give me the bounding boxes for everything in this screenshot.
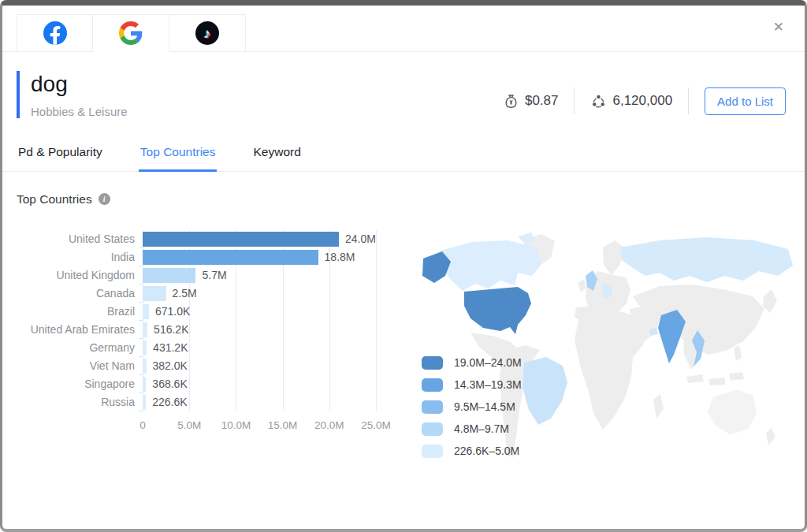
price-metric: $0.87	[503, 93, 559, 110]
x-axis-tick-label: 5.0M	[177, 419, 201, 431]
platform-tabbar: ♪ ✕	[2, 6, 805, 52]
bar-category-label: Brazil	[17, 303, 143, 321]
bar-row: 671.0K	[143, 303, 376, 321]
legend-swatch	[422, 400, 443, 414]
legend-item: 4.8M–9.7M	[422, 422, 522, 436]
bar-category-label: United Arab Emirates	[17, 321, 143, 339]
keyword-detail-modal: ♪ ✕ dog Hobbies & Leisure $0.87	[0, 0, 807, 532]
bar-category-label: Viet Nam	[17, 357, 143, 375]
map-region-japan	[763, 289, 777, 313]
info-icon[interactable]: i	[99, 193, 110, 205]
bar	[143, 395, 146, 410]
audience-value: 6,120,000	[612, 93, 672, 109]
bar	[143, 304, 149, 319]
tab-keyword[interactable]: Keyword	[251, 134, 302, 172]
metric-divider	[574, 87, 575, 114]
facebook-icon	[43, 21, 67, 45]
tab-facebook[interactable]	[17, 14, 93, 52]
legend-item: 19.0M–24.0M	[422, 356, 522, 370]
bar-category-label: India	[17, 248, 143, 266]
map-region-brazil	[523, 357, 567, 425]
map-region-new-zealand	[766, 428, 775, 445]
tab-top-countries[interactable]: Top Countries	[139, 134, 218, 172]
legend-item: 226.6K–5.0M	[422, 445, 522, 458]
bar	[143, 268, 195, 283]
add-to-list-button[interactable]: Add to List	[705, 87, 786, 115]
bar-value-label: 5.7M	[202, 269, 226, 281]
legend-label: 226.6K–5.0M	[454, 445, 519, 457]
map-region-ireland	[578, 279, 586, 292]
x-axis-tick-label: 20.0M	[314, 419, 344, 431]
map-region-russia	[620, 237, 793, 282]
metric-divider	[688, 87, 689, 114]
gridline	[376, 230, 377, 411]
map-legend: 19.0M–24.0M14.3M–19.3M9.5M–14.5M4.8M–9.7…	[422, 356, 522, 458]
legend-swatch	[422, 445, 443, 458]
legend-item: 9.5M–14.5M	[422, 400, 522, 414]
bar-category-label: United States	[17, 230, 143, 248]
tab-tiktok[interactable]: ♪	[169, 14, 246, 52]
map-region-germany	[602, 284, 612, 298]
bar-value-label: 382.0K	[153, 359, 188, 372]
google-icon	[119, 21, 143, 45]
world-map: 19.0M–24.0M14.3M–19.3M9.5M–14.5M4.8M–9.7…	[400, 230, 798, 467]
bar-chart-labels: United StatesIndiaUnited KingdomCanadaBr…	[17, 230, 143, 467]
bar-value-label: 431.2K	[153, 341, 188, 354]
legend-swatch	[422, 422, 443, 436]
x-axis-tick-label: 25.0M	[361, 419, 391, 431]
bar-row: 18.8M	[143, 248, 376, 266]
tab-pd-popularity[interactable]: Pd & Popularity	[17, 134, 104, 172]
tab-google[interactable]	[93, 14, 169, 52]
bar-row: 2.5M	[143, 285, 376, 303]
bar-category-label: Singapore	[17, 375, 143, 393]
bar-row: 516.2K	[143, 321, 376, 339]
bar-value-label: 2.5M	[173, 287, 197, 299]
map-region-scandinavia	[603, 240, 624, 275]
bar-value-label: 226.6K	[152, 396, 187, 408]
price-value: $0.87	[525, 93, 559, 109]
legend-label: 14.3M–19.3M	[454, 378, 522, 391]
bar	[143, 232, 339, 247]
bar-value-label: 24.0M	[345, 233, 376, 245]
bar-chart: United StatesIndiaUnited KingdomCanadaBr…	[17, 230, 395, 467]
bar-row: 226.6K	[143, 393, 376, 411]
bar	[143, 286, 166, 301]
map-region-philippines	[734, 345, 742, 361]
bar	[143, 377, 146, 392]
keyword-block: dog Hobbies & Leisure	[17, 71, 128, 118]
bar	[143, 359, 147, 374]
bar-row: 368.6K	[143, 375, 376, 393]
section-title: Top Countries	[17, 192, 92, 206]
money-bag-icon	[503, 93, 519, 110]
bar	[143, 322, 147, 337]
bar-row: 24.0M	[143, 230, 376, 248]
bar-category-label: Germany	[17, 339, 143, 357]
audience-icon	[590, 93, 607, 110]
bar-row: 382.0K	[143, 357, 376, 375]
bar-value-label: 671.0K	[155, 305, 190, 318]
audience-metric: 6,120,000	[590, 93, 672, 110]
legend-label: 9.5M–14.5M	[454, 400, 515, 413]
x-axis-tick-label: 15.0M	[268, 419, 298, 431]
bar-value-label: 516.2K	[154, 323, 188, 336]
map-region-indonesia-1	[686, 374, 704, 383]
bar	[143, 250, 318, 265]
bar-category-label: United Kingdom	[17, 266, 143, 285]
section-tabs: Pd & Popularity Top Countries Keyword	[2, 134, 805, 172]
keyword-category: Hobbies & Leisure	[31, 105, 128, 118]
x-axis-tick-label: 10.0M	[221, 419, 251, 431]
map-region-indonesia-3	[729, 372, 744, 381]
close-icon[interactable]: ✕	[768, 17, 789, 37]
bar-chart-plot: 24.0M18.8M5.7M2.5M671.0K516.2K431.2K382.…	[143, 230, 376, 467]
bar	[143, 340, 147, 355]
map-region-canada	[441, 240, 542, 291]
map-region-australia	[708, 389, 757, 434]
bar-value-label: 18.8M	[325, 251, 355, 263]
tiktok-icon: ♪	[195, 21, 219, 45]
bar-value-label: 368.6K	[152, 378, 187, 390]
keyword-term: dog	[31, 71, 128, 98]
legend-item: 14.3M–19.3M	[422, 378, 522, 392]
map-region-indonesia-2	[708, 378, 726, 385]
legend-swatch	[422, 356, 443, 370]
keyword-header: dog Hobbies & Leisure $0.87 6,120	[2, 52, 805, 132]
